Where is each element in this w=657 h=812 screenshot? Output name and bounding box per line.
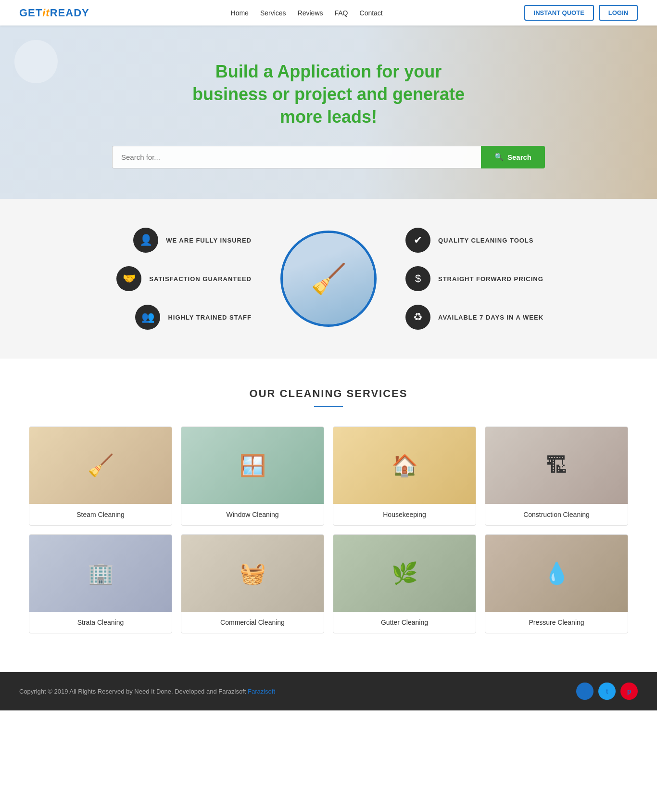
feature-satisfaction: SATISFACTION GUARANTEED 🤝: [116, 266, 252, 291]
service-label-1: Window Cleaning: [181, 504, 324, 525]
features-center-image: 🧹: [280, 231, 377, 327]
social-facebook[interactable]: f: [576, 683, 594, 700]
feature-insured-label: WE ARE FULLY INSURED: [166, 237, 252, 244]
social-pinterest[interactable]: p: [620, 683, 638, 700]
service-img-3: 🏗: [485, 427, 628, 504]
instant-quote-button[interactable]: INSTANT QUOTE: [524, 5, 594, 21]
services-divider: [314, 406, 343, 407]
logo-it: it: [42, 7, 50, 19]
footer-copyright: Copyright © 2019 All Rights Reserved by …: [19, 688, 275, 695]
feature-tools-icon: ✔: [405, 228, 430, 253]
feature-insured: WE ARE FULLY INSURED 👤: [133, 228, 252, 253]
logo-ready: READY: [50, 7, 89, 19]
feature-availability-icon: ♻: [405, 305, 430, 330]
feature-satisfaction-label: SATISFACTION GUARANTEED: [149, 275, 252, 283]
service-img-2: 🏠: [333, 427, 476, 504]
feature-satisfaction-icon: 🤝: [116, 266, 141, 291]
service-card-pressure-cleaning[interactable]: 💧 Pressure Cleaning: [485, 534, 628, 633]
feature-staff-label: HIGHLY TRAINED STAFF: [168, 314, 252, 321]
service-img-4: 🏢: [29, 535, 172, 612]
search-input[interactable]: [112, 146, 481, 168]
feature-staff: HIGHLY TRAINED STAFF 👥: [135, 305, 252, 330]
cleaner-image: 🧹: [283, 233, 374, 324]
footer-socials: f t p: [576, 683, 638, 700]
service-img-0: 🧹: [29, 427, 172, 504]
service-card-strata-cleaning[interactable]: 🏢 Strata Cleaning: [29, 534, 172, 633]
services-title: OUR CLEANING SERVICES: [29, 387, 628, 400]
nav-home[interactable]: Home: [231, 9, 249, 17]
logo[interactable]: GETitREADY: [19, 7, 89, 19]
service-label-4: Strata Cleaning: [29, 612, 172, 633]
nav-reviews[interactable]: Reviews: [298, 9, 323, 17]
service-card-commercial-cleaning[interactable]: 🧺 Commercial Cleaning: [181, 534, 324, 633]
service-img-6: 🌿: [333, 535, 476, 612]
features-left: WE ARE FULLY INSURED 👤 SATISFACTION GUAR…: [19, 228, 280, 330]
social-twitter[interactable]: t: [598, 683, 616, 700]
service-label-0: Steam Cleaning: [29, 504, 172, 525]
nav-contact[interactable]: Contact: [360, 9, 383, 17]
service-label-6: Gutter Cleaning: [333, 612, 476, 633]
service-card-steam-cleaning[interactable]: 🧹 Steam Cleaning: [29, 426, 172, 526]
service-label-3: Construction Cleaning: [485, 504, 628, 525]
nav-services[interactable]: Services: [260, 9, 286, 17]
hero-bg-circle: [14, 40, 58, 83]
hero-section: Build a Application for your business or…: [0, 26, 657, 199]
header-buttons: INSTANT QUOTE LOGIN: [524, 5, 638, 21]
services-section: OUR CLEANING SERVICES 🧹 Steam Cleaning 🪟…: [0, 359, 657, 672]
service-card-gutter-cleaning[interactable]: 🌿 Gutter Cleaning: [333, 534, 476, 633]
search-bar: 🔍 Search: [112, 146, 545, 168]
service-label-2: Housekeeping: [333, 504, 476, 525]
search-button[interactable]: 🔍 Search: [481, 146, 545, 168]
footer-farazisoft-link[interactable]: Farazisoft: [248, 688, 275, 695]
service-card-window-cleaning[interactable]: 🪟 Window Cleaning: [181, 426, 324, 526]
login-button[interactable]: LOGIN: [599, 5, 638, 21]
service-img-5: 🧺: [181, 535, 324, 612]
feature-availability: ♻ AVAILABLE 7 DAYS IN A WEEK: [405, 305, 543, 330]
nav-faq[interactable]: FAQ: [335, 9, 348, 17]
features-right: ✔ QUALITY CLEANING TOOLS $ STRAIGHT FORW…: [377, 228, 638, 330]
search-icon: 🔍: [494, 153, 504, 161]
main-nav: Home Services Reviews FAQ Contact: [231, 9, 383, 17]
feature-insured-icon: 👤: [133, 228, 158, 253]
feature-pricing-icon: $: [405, 266, 430, 291]
hero-title: Build a Application for your business or…: [192, 61, 465, 128]
feature-pricing-label: STRAIGHT FORWARD PRICING: [438, 275, 543, 283]
services-grid: 🧹 Steam Cleaning 🪟 Window Cleaning 🏠 Hou…: [29, 426, 628, 633]
service-label-7: Pressure Cleaning: [485, 612, 628, 633]
feature-staff-icon: 👥: [135, 305, 160, 330]
footer: Copyright © 2019 All Rights Reserved by …: [0, 672, 657, 710]
service-card-construction-cleaning[interactable]: 🏗 Construction Cleaning: [485, 426, 628, 526]
service-card-housekeeping[interactable]: 🏠 Housekeeping: [333, 426, 476, 526]
feature-pricing: $ STRAIGHT FORWARD PRICING: [405, 266, 543, 291]
header: GETitREADY Home Services Reviews FAQ Con…: [0, 0, 657, 26]
logo-get: GET: [19, 7, 42, 19]
feature-tools: ✔ QUALITY CLEANING TOOLS: [405, 228, 533, 253]
features-section: WE ARE FULLY INSURED 👤 SATISFACTION GUAR…: [0, 199, 657, 359]
feature-tools-label: QUALITY CLEANING TOOLS: [438, 237, 533, 244]
service-img-7: 💧: [485, 535, 628, 612]
service-label-5: Commercial Cleaning: [181, 612, 324, 633]
service-img-1: 🪟: [181, 427, 324, 504]
feature-availability-label: AVAILABLE 7 DAYS IN A WEEK: [438, 314, 543, 321]
